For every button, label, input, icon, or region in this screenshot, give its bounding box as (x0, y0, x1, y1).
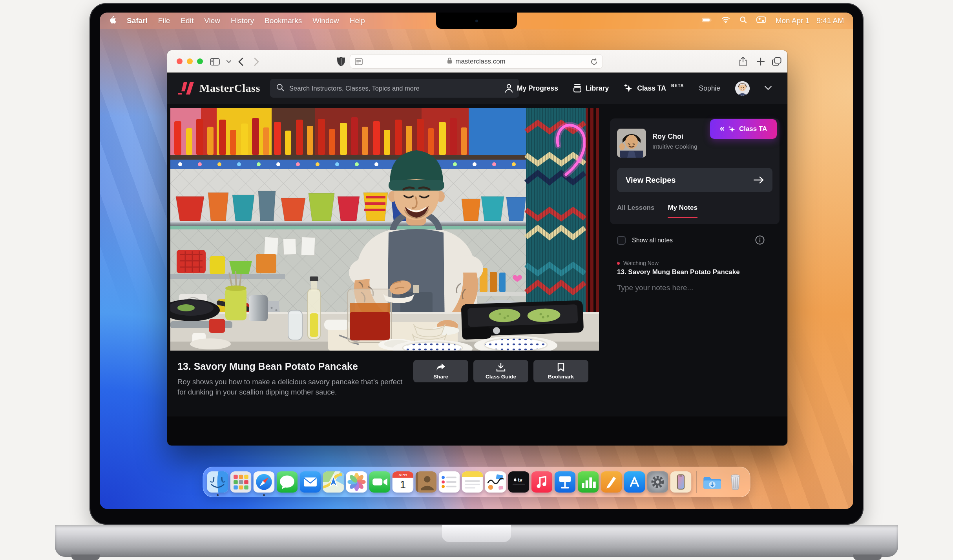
share-arrow-icon (436, 363, 445, 372)
dock-maps[interactable] (323, 471, 344, 493)
instructor-class: Intuitive Cooking (652, 143, 697, 150)
new-tab-icon[interactable] (755, 56, 767, 67)
video-player[interactable] (170, 108, 599, 351)
menu-help[interactable]: Help (350, 16, 365, 25)
share-icon[interactable] (737, 56, 749, 67)
class-ta-collapse-button[interactable]: « Class TA (710, 119, 777, 139)
close-window-button[interactable] (177, 58, 183, 64)
control-center-icon[interactable] (756, 16, 766, 25)
dock-freeform[interactable] (485, 471, 506, 493)
dock-facetime[interactable] (369, 471, 391, 493)
safari-toolbar: masterclass.com (167, 50, 787, 73)
camera-notch (436, 13, 517, 29)
macbook-scene: Safari File Edit View History Bookmarks … (0, 0, 953, 560)
forward-button[interactable] (250, 56, 262, 67)
show-all-notes-checkbox[interactable] (617, 236, 626, 245)
svg-text:APR: APR (398, 473, 407, 477)
watching-now-label: Watching Now (623, 260, 659, 266)
account-chevron-icon[interactable] (765, 85, 772, 92)
menu-window[interactable]: Window (312, 16, 339, 25)
nav-library[interactable]: Library (573, 84, 609, 93)
battery-icon[interactable] (702, 16, 712, 25)
tab-my-notes[interactable]: My Notes (668, 204, 697, 218)
masterclass-logo[interactable]: MasterClass (178, 73, 260, 104)
running-indicator (217, 494, 219, 496)
menu-file[interactable]: File (158, 16, 170, 25)
lesson-description: Roy shows you how to make a delicious sa… (177, 377, 410, 398)
view-recipes-button[interactable]: View Recipes (617, 168, 772, 192)
privacy-shield-icon[interactable] (335, 56, 347, 67)
dock-reminders[interactable] (439, 471, 460, 493)
current-lesson-title: 13. Savory Mung Bean Potato Pancake (617, 268, 740, 276)
dock-downloads[interactable] (702, 471, 723, 493)
spotlight-icon[interactable] (739, 16, 747, 25)
search-input[interactable] (289, 85, 513, 92)
reader-icon[interactable] (355, 58, 363, 67)
dock-system-settings[interactable] (647, 471, 668, 493)
menu-bookmarks[interactable]: Bookmarks (265, 16, 302, 25)
address-text: masterclass.com (455, 58, 506, 65)
dock-pages[interactable] (601, 471, 622, 493)
minimize-window-button[interactable] (187, 58, 193, 64)
dock-launchpad[interactable] (230, 471, 252, 493)
site-header: MasterClass My Progress Library (167, 73, 787, 104)
notes-input[interactable]: Type your notes here... (617, 284, 693, 292)
desktop: Safari File Edit View History Bookmarks … (100, 13, 853, 509)
dock-music[interactable] (531, 471, 553, 493)
dock-notes[interactable] (462, 471, 483, 493)
menu-clock-time[interactable]: 9:41 AM (816, 16, 844, 25)
dock-numbers[interactable] (578, 471, 599, 493)
sidebar-chevron-icon[interactable] (223, 56, 235, 67)
watching-now-row: Watching Now (617, 260, 659, 266)
beta-badge: BETA (671, 83, 684, 88)
bookmark-button[interactable]: Bookmark (533, 360, 588, 382)
class-guide-button[interactable]: Class Guide (473, 360, 528, 382)
menu-view[interactable]: View (204, 16, 220, 25)
reload-icon[interactable] (590, 58, 598, 67)
sidebar-toggle-icon[interactable] (209, 56, 221, 67)
menu-clock-date[interactable]: Mon Apr 1 (776, 16, 810, 25)
user-avatar[interactable] (735, 81, 750, 96)
lesson-title: 13. Savory Mung Bean Potato Pancake (177, 361, 358, 372)
zoom-window-button[interactable] (197, 58, 203, 64)
person-icon (505, 84, 513, 93)
dock-calendar[interactable]: APR1 (393, 471, 414, 493)
collapse-chevrons-icon: « (720, 124, 725, 133)
dock-photos[interactable] (346, 471, 367, 493)
dock-separator (696, 471, 697, 493)
sparkle-icon (728, 125, 736, 133)
address-bar[interactable]: masterclass.com (350, 54, 603, 69)
dock-keynote[interactable] (555, 471, 576, 493)
show-all-notes-label: Show all notes (632, 237, 673, 244)
nav-my-progress[interactable]: My Progress (505, 84, 558, 93)
dock-mail[interactable] (300, 471, 321, 493)
download-icon (496, 363, 506, 372)
site-search[interactable] (270, 79, 519, 98)
tab-overview-icon[interactable] (771, 56, 783, 67)
menu-edit[interactable]: Edit (181, 16, 194, 25)
dock-messages[interactable] (277, 471, 298, 493)
wifi-icon[interactable] (721, 16, 730, 25)
dock-iphone-mirroring[interactable] (670, 471, 692, 493)
class-ta-button-label: Class TA (739, 125, 767, 133)
dock-safari[interactable] (254, 471, 275, 493)
dock-contacts[interactable] (416, 471, 437, 493)
info-icon[interactable] (755, 235, 765, 246)
search-icon (276, 84, 284, 93)
sparkle-icon (624, 84, 633, 93)
show-all-notes-row: Show all notes (617, 236, 673, 245)
masterclass-mark-icon (178, 81, 194, 95)
share-button[interactable]: Share (413, 360, 468, 382)
dock-finder[interactable] (207, 471, 228, 493)
laptop-base (55, 525, 898, 557)
menu-history[interactable]: History (231, 16, 254, 25)
running-indicator (263, 494, 265, 496)
dock-tv[interactable]: tv (508, 471, 529, 493)
nav-class-ta[interactable]: Class TABETA (624, 84, 684, 93)
dock-app-store[interactable] (624, 471, 645, 493)
apple-menu-icon[interactable] (109, 16, 116, 26)
dock-trash[interactable] (725, 471, 746, 493)
back-button[interactable] (235, 56, 246, 67)
tab-all-lessons[interactable]: All Lessons (617, 204, 654, 218)
menu-safari[interactable]: Safari (127, 16, 148, 25)
